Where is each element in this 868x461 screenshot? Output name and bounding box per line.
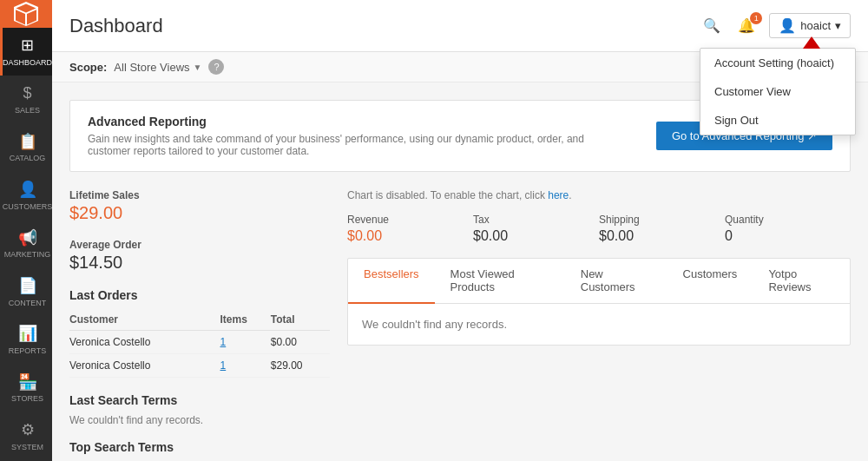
notifications-button[interactable]: 🔔 1	[734, 14, 759, 37]
reports-icon: 📊	[18, 325, 37, 344]
last-orders-section: Last Orders Customer Items Total Veronic…	[69, 288, 330, 378]
advanced-reporting-description: Gain new insights and take command of yo…	[88, 133, 626, 157]
advanced-reporting-text: Advanced Reporting Gain new insights and…	[88, 115, 626, 157]
account-setting-item[interactable]: Account Setting (hoaict)	[700, 49, 855, 77]
sign-out-item[interactable]: Sign Out	[700, 106, 855, 135]
user-menu-button[interactable]: 👤 hoaict ▾	[769, 13, 851, 38]
order-items: 1	[220, 331, 271, 354]
metric-revenue-value: $0.00	[347, 228, 473, 244]
sidebar-item-label: MARKETING	[4, 250, 51, 260]
sidebar-item-system[interactable]: ⚙ SYSTEM	[0, 412, 52, 460]
dropdown-arrow	[803, 36, 820, 49]
last-search-empty: We couldn't find any records.	[69, 414, 330, 426]
metric-quantity-label: Quantity	[725, 214, 851, 226]
sidebar-item-label: CATALOG	[10, 154, 46, 163]
last-orders-title: Last Orders	[69, 288, 330, 302]
marketing-icon: 📢	[18, 229, 37, 248]
average-order-block: Average Order $14.50	[69, 239, 330, 273]
lifetime-sales-label: Lifetime Sales	[69, 189, 330, 201]
sidebar-item-stores[interactable]: 🏪 STORES	[0, 365, 52, 412]
metric-shipping-label: Shipping	[599, 214, 725, 226]
stores-icon: 🏪	[18, 373, 37, 392]
advanced-reporting-title: Advanced Reporting	[88, 115, 626, 128]
col-items: Items	[220, 309, 271, 331]
average-order-value: $14.50	[69, 253, 330, 273]
metrics-row: Revenue $0.00 Tax $0.00 Shipping $0.00 Q…	[347, 214, 851, 244]
scope-label: Scope:	[69, 61, 107, 74]
sidebar-item-catalog[interactable]: 📋 CATALOG	[0, 124, 52, 172]
tabs-body: We couldn't find any records.	[348, 304, 850, 345]
order-customer: Veronica Costello	[69, 354, 220, 378]
metric-quantity-value: 0	[725, 228, 851, 244]
sidebar-item-label: CUSTOMERS	[3, 202, 52, 212]
content-icon: 📄	[18, 277, 37, 296]
customer-view-item[interactable]: Customer View	[700, 77, 855, 106]
table-row: Veronica Costello 1 $29.00	[69, 354, 330, 378]
dashboard-icon: ⊞	[21, 36, 34, 56]
page-title: Dashboard	[69, 15, 163, 37]
system-icon: ⚙	[21, 421, 35, 440]
tab-bestsellers[interactable]: Bestsellers	[348, 259, 435, 304]
top-search-section: Top Search Terms We couldn't find any re…	[69, 440, 330, 461]
sidebar: ⊞ DASHBOARD $ SALES 📋 CATALOG 👤 CUSTOMER…	[0, 0, 52, 461]
sidebar-item-customers[interactable]: 👤 CUSTOMERS	[0, 172, 52, 220]
tab-new-customers[interactable]: New Customers	[565, 259, 667, 304]
metric-tax-value: $0.00	[473, 228, 599, 244]
username-label: hoaict	[800, 19, 831, 32]
logo[interactable]	[0, 0, 52, 28]
tabs-header: BestsellersMost Viewed ProductsNew Custo…	[348, 259, 850, 304]
tab-yotpo[interactable]: Yotpo Reviews	[753, 259, 850, 304]
col-total: Total	[271, 309, 330, 331]
sidebar-item-sales[interactable]: $ SALES	[0, 76, 52, 123]
metric-tax: Tax $0.00	[473, 214, 599, 244]
sidebar-item-marketing[interactable]: 📢 MARKETING	[0, 221, 52, 268]
orders-table: Customer Items Total Veronica Costello 1…	[69, 309, 330, 378]
catalog-icon: 📋	[18, 133, 37, 152]
order-total: $0.00	[271, 331, 330, 354]
metric-tax-label: Tax	[473, 214, 599, 226]
sidebar-item-label: STORES	[11, 394, 43, 404]
notification-badge: 1	[750, 12, 762, 24]
lifetime-sales-value: $29.00	[69, 203, 330, 223]
sidebar-item-label: REPORTS	[9, 346, 46, 356]
scope-selector[interactable]: All Store Views ▼	[114, 61, 201, 74]
lifetime-sales-block: Lifetime Sales $29.00	[69, 189, 330, 223]
topbar-actions: 🔍 🔔 1 👤 hoaict ▾	[700, 13, 851, 38]
tab-most-viewed[interactable]: Most Viewed Products	[435, 259, 565, 304]
tabs-empty-message: We couldn't find any records.	[362, 318, 507, 331]
order-total: $29.00	[271, 354, 330, 378]
metric-shipping: Shipping $0.00	[599, 214, 725, 244]
col-customer: Customer	[69, 309, 220, 331]
scope-arrow-icon: ▼	[194, 63, 202, 72]
user-avatar-icon: 👤	[779, 17, 796, 34]
average-order-label: Average Order	[69, 239, 330, 251]
metric-revenue: Revenue $0.00	[347, 214, 473, 244]
main-content: Dashboard 🔍 🔔 1 👤 hoaict ▾ Account Setti…	[52, 0, 868, 461]
order-customer: Veronica Costello	[69, 331, 220, 354]
tab-customers[interactable]: Customers	[667, 259, 753, 304]
sidebar-item-label: SALES	[15, 106, 40, 115]
sidebar-item-label: SYSTEM	[11, 443, 43, 452]
metric-revenue-label: Revenue	[347, 214, 473, 226]
customers-icon: 👤	[18, 181, 37, 200]
topbar: Dashboard 🔍 🔔 1 👤 hoaict ▾	[52, 0, 868, 52]
metric-shipping-value: $0.00	[599, 228, 725, 244]
scope-value: All Store Views	[114, 61, 189, 74]
chart-note: Chart is disabled. To enable the chart, …	[347, 189, 851, 201]
search-button[interactable]: 🔍	[700, 14, 724, 37]
order-items: 1	[220, 354, 271, 378]
top-search-title: Top Search Terms	[69, 440, 330, 454]
table-row: Veronica Costello 1 $0.00	[69, 331, 330, 354]
sidebar-item-label: CONTENT	[9, 299, 47, 308]
metric-quantity: Quantity 0	[725, 214, 851, 244]
last-search-title: Last Search Terms	[69, 393, 330, 407]
chevron-down-icon: ▾	[835, 19, 841, 32]
sidebar-item-content[interactable]: 📄 CONTENT	[0, 268, 52, 316]
sidebar-item-dashboard[interactable]: ⊞ DASHBOARD	[0, 28, 52, 76]
tabs-container: BestsellersMost Viewed ProductsNew Custo…	[347, 258, 851, 346]
chart-enable-link[interactable]: here	[548, 189, 569, 201]
sidebar-item-reports[interactable]: 📊 REPORTS	[0, 316, 52, 364]
sidebar-item-label: DASHBOARD	[3, 58, 52, 68]
content-area: Advanced Reporting Gain new insights and…	[52, 82, 868, 461]
help-icon[interactable]: ?	[208, 59, 224, 75]
